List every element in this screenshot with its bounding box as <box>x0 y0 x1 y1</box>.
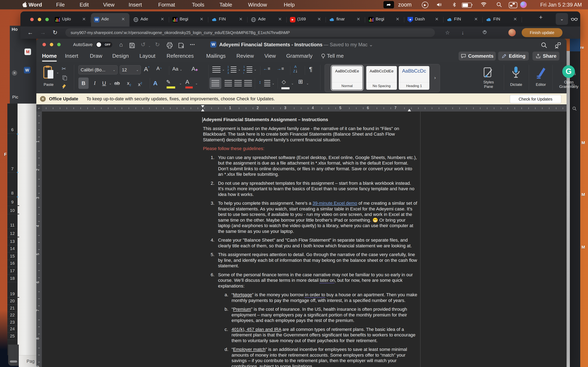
redo-icon[interactable]: ↻ <box>154 41 161 48</box>
presenter-icon[interactable] <box>554 42 561 49</box>
font-size-select[interactable]: 12⌄ <box>120 65 141 75</box>
save-as-icon[interactable] <box>178 42 185 49</box>
tab-close-icon[interactable]: ✕ <box>82 17 86 22</box>
forward-button[interactable]: → <box>40 26 46 39</box>
shrink-font-button[interactable]: A⌄ <box>156 66 162 71</box>
pilcrow-button[interactable]: ¶ <box>309 66 312 73</box>
change-case-button[interactable]: Aa ⌄ <box>172 66 182 72</box>
styles-pane-icon[interactable] <box>483 67 494 79</box>
browser-tab-fin[interactable]: FIN✕ <box>443 13 483 26</box>
horizontal-ruler[interactable]: 1234567 <box>42 105 567 111</box>
print-icon[interactable] <box>166 42 173 49</box>
close-icon[interactable]: ✕ <box>12 70 17 76</box>
menu-item-window[interactable]: Window <box>248 0 267 9</box>
search-icon[interactable] <box>541 42 548 49</box>
open-grammarly-label[interactable]: OpenGrammarly <box>557 80 581 89</box>
browser-tab-ade[interactable]: Ade✕ <box>247 13 287 26</box>
reload-button[interactable]: ↻ <box>53 26 57 39</box>
ribbon-tab-design[interactable]: Design <box>112 50 129 62</box>
browser-close-button[interactable] <box>30 18 34 21</box>
right-indent-marker[interactable] <box>408 109 411 111</box>
bullets-icon[interactable] <box>212 67 221 73</box>
tab-close-icon[interactable]: ✕ <box>435 17 439 22</box>
borders-button[interactable]: ⊞ <box>298 78 303 85</box>
text-effects-button[interactable]: A <box>153 77 158 89</box>
bullets-chevron[interactable]: ⌄ <box>222 68 225 71</box>
borders-chevron[interactable]: ⌄ <box>306 82 309 85</box>
siri-icon[interactable] <box>520 1 527 8</box>
browser-tab-fin[interactable]: FIN✕ <box>483 13 522 26</box>
editor-icon[interactable] <box>535 66 546 79</box>
volume-icon[interactable] <box>436 2 443 8</box>
zoom-app-label[interactable]: zoom <box>398 0 412 9</box>
autosave-toggle[interactable]: OFF <box>96 42 112 48</box>
tab-close-icon[interactable]: ✕ <box>200 17 203 22</box>
underline-button[interactable]: U <box>100 77 108 89</box>
ribbon-tab-tell-me[interactable]: Tell me <box>321 50 344 62</box>
dictate-label[interactable]: Dictate <box>506 82 526 87</box>
browser-tab-169[interactable]: ▶(169✕ <box>287 13 326 26</box>
ribbon-tab-view[interactable]: View <box>264 50 276 62</box>
style-heading-1[interactable]: AaBbCcDcHeading 1 <box>399 66 429 90</box>
menu-item-insert[interactable]: Insert <box>129 0 142 9</box>
tab-search-chevron-button[interactable]: ⌄ <box>556 13 568 25</box>
play-icon[interactable]: ▶ <box>422 2 428 8</box>
format-painter-icon[interactable] <box>61 83 67 89</box>
increase-indent-button[interactable]: →≡ <box>277 66 284 71</box>
ribbon-tab-mailings[interactable]: Mailings <box>206 50 226 62</box>
address-bar[interactable]: suny907-my.sharepoint.com/:w:/r/personal… <box>65 28 435 37</box>
line-spacing-chevron[interactable]: ⌄ <box>272 82 275 85</box>
vertical-ruler[interactable]: 123456789 <box>36 111 42 367</box>
font-color-chevron[interactable]: ⌄ <box>195 82 198 85</box>
cut-icon[interactable]: ✂ <box>62 66 66 72</box>
back-button[interactable]: ← <box>27 26 33 39</box>
spotlight-search-icon[interactable] <box>496 2 502 8</box>
battery-icon[interactable] <box>462 3 472 8</box>
ribbon-tab-layout[interactable]: Layout <box>139 50 155 62</box>
ribbon-tab-draw[interactable]: Draw <box>90 50 102 62</box>
word-minimize-button[interactable] <box>50 43 53 46</box>
tab-close-icon[interactable]: ✕ <box>239 17 242 22</box>
word-scrollbar[interactable] <box>567 51 570 367</box>
word-zoom-button[interactable] <box>57 43 61 46</box>
strikethrough-button[interactable]: ab <box>114 77 120 89</box>
shading-button[interactable]: ◇ <box>282 79 286 85</box>
numbering-icon[interactable]: 123 <box>227 65 229 75</box>
menu-item-help[interactable]: Help <box>284 0 295 9</box>
banner-close-icon[interactable]: ✕ <box>40 96 46 102</box>
menu-item-table[interactable]: Table <box>219 0 232 9</box>
ribbon-tab-review[interactable]: Review <box>236 50 254 62</box>
browser-profile-avatar[interactable] <box>508 29 516 36</box>
tab-close-icon[interactable]: ✕ <box>396 17 399 22</box>
decrease-indent-button[interactable]: ←≡ <box>263 66 270 71</box>
style-normal[interactable]: AaBbCcDdEeNormal <box>332 66 362 90</box>
extensions-puzzle-icon[interactable] <box>482 30 488 35</box>
more-commands-icon[interactable]: ••• <box>189 41 196 48</box>
tab-close-icon[interactable]: ✕ <box>317 17 321 22</box>
undo-chevron[interactable]: ⌄ <box>148 42 151 49</box>
download-icon[interactable]: ↓ <box>461 26 464 39</box>
gmail-icon[interactable]: M <box>25 49 31 55</box>
tab-close-icon[interactable]: ✕ <box>474 17 478 22</box>
browser-tab-ade[interactable]: Ade✕ <box>130 13 169 26</box>
wifi-icon[interactable] <box>480 2 487 8</box>
browser-tab-dash[interactable]: ★Dash✕ <box>404 13 443 26</box>
tab-close-icon[interactable]: ✕ <box>121 17 125 22</box>
apple-menu-icon[interactable] <box>21 1 28 8</box>
tab-close-icon[interactable]: ✕ <box>278 17 282 22</box>
grammarly-icon[interactable]: G <box>562 65 575 78</box>
copy-icon[interactable] <box>62 75 67 80</box>
ribbon-tab-insert[interactable]: Insert <box>65 50 78 62</box>
hyperlink[interactable]: 39-minute Excel demo <box>312 201 357 206</box>
italic-button[interactable]: I <box>91 77 98 89</box>
paste-chevron[interactable]: ⌄ <box>56 71 59 74</box>
clear-formatting-button[interactable]: A◆ <box>191 66 198 72</box>
numbering-chevron[interactable]: ⌄ <box>238 68 241 71</box>
finish-update-button[interactable]: Finish update <box>522 28 562 37</box>
home-icon[interactable]: ⌂ <box>118 41 125 48</box>
menu-item-format[interactable]: Format <box>158 0 175 9</box>
document-canvas[interactable]: Adeyemi Financial Statements Assignment … <box>42 111 567 367</box>
ribbon-tab-references[interactable]: References <box>167 50 194 62</box>
highlight-button[interactable]: ✎ <box>166 77 171 86</box>
underline-chevron[interactable]: ⌄ <box>109 82 112 85</box>
